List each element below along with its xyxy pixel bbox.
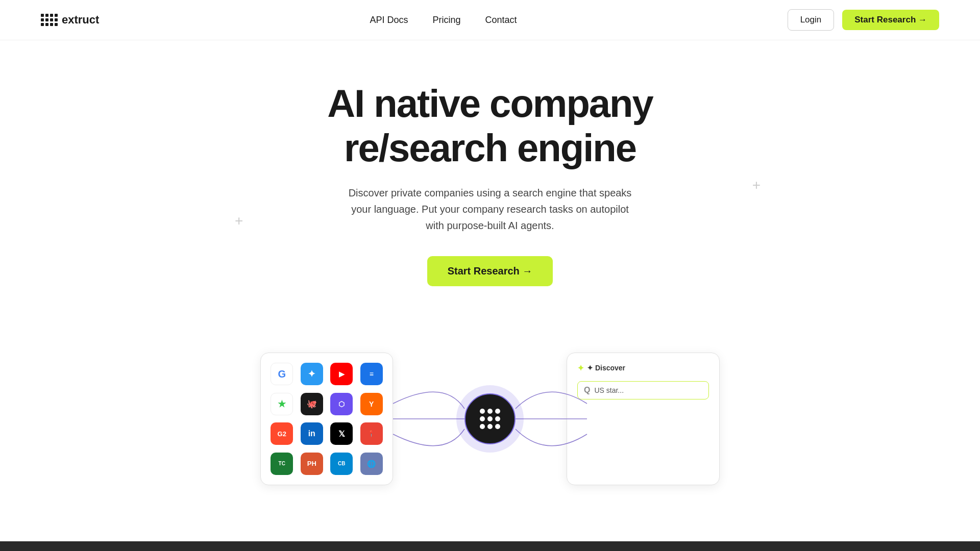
hero-cta: Start Research → <box>427 256 553 286</box>
bottom-banner: Trusted by professionals at <box>0 541 980 551</box>
icon-globe: 🌐 <box>360 453 383 475</box>
hero-section: + + AI native company re/search engine D… <box>0 40 980 307</box>
diagram-wrapper: G ✦ ▶ ≡ ★ 🐙 ⬡ Y G2 in 𝕏 📍 TС PH CB 🌐 <box>260 337 720 500</box>
icon-capterra: ★ <box>271 393 293 415</box>
search-q-icon: Q <box>584 386 590 395</box>
discover-icon: ✦ <box>577 363 584 373</box>
icon-producthunt: PH <box>301 453 323 475</box>
icon-maps: 📍 <box>360 422 383 445</box>
search-panel-header: ✦ ✦ Discover <box>577 363 709 373</box>
discover-label: ✦ Discover <box>587 364 625 372</box>
nav-actions: Login Start Research → <box>788 9 939 31</box>
logo[interactable]: extruct <box>41 13 99 27</box>
sources-panel: G ✦ ▶ ≡ ★ 🐙 ⬡ Y G2 in 𝕏 📍 TС PH CB 🌐 <box>260 353 393 485</box>
plus-decorator-tl: + <box>235 214 243 228</box>
icon-google: G <box>271 363 293 385</box>
plus-decorator-tr: + <box>752 178 761 192</box>
icon-g2: G2 <box>271 422 293 445</box>
navbar: extruct API Docs Pricing Contact Login S… <box>0 0 980 40</box>
nav-contact[interactable]: Contact <box>485 15 517 25</box>
hero-start-research-button[interactable]: Start Research → <box>427 256 553 286</box>
diagram-section: G ✦ ▶ ≡ ★ 🐙 ⬡ Y G2 in 𝕏 📍 TС PH CB 🌐 <box>0 307 980 541</box>
logo-icon <box>41 14 58 26</box>
icon-crunchbase: CB <box>330 453 353 475</box>
hero-subtitle: Discover private companies using a searc… <box>342 185 638 234</box>
center-node <box>464 393 516 444</box>
icon-youtube: ▶ <box>330 363 353 385</box>
nav-api-docs[interactable]: API Docs <box>370 15 408 25</box>
center-dots <box>480 409 500 429</box>
nav-pricing[interactable]: Pricing <box>432 15 460 25</box>
icon-shortcut: ⬡ <box>330 393 353 415</box>
icon-twitter: 𝕏 <box>330 422 353 445</box>
nav-links: API Docs Pricing Contact <box>370 15 517 26</box>
login-button[interactable]: Login <box>788 9 835 31</box>
nav-start-research-button[interactable]: Start Research → <box>842 10 939 30</box>
search-panel: ✦ ✦ Discover Q US star... <box>567 353 720 485</box>
logo-text: extruct <box>62 13 99 27</box>
icon-feather: ✦ <box>301 363 323 385</box>
icon-linkedin: in <box>301 422 323 445</box>
hero-title: AI native company re/search engine <box>327 81 653 170</box>
icon-ycombinator: Y <box>360 393 383 415</box>
search-bar[interactable]: Q US star... <box>577 381 709 399</box>
icon-github: 🐙 <box>301 393 323 415</box>
search-input-value: US star... <box>594 386 624 394</box>
icon-docs: ≡ <box>360 363 383 385</box>
icon-techcrunch: TС <box>271 453 293 475</box>
